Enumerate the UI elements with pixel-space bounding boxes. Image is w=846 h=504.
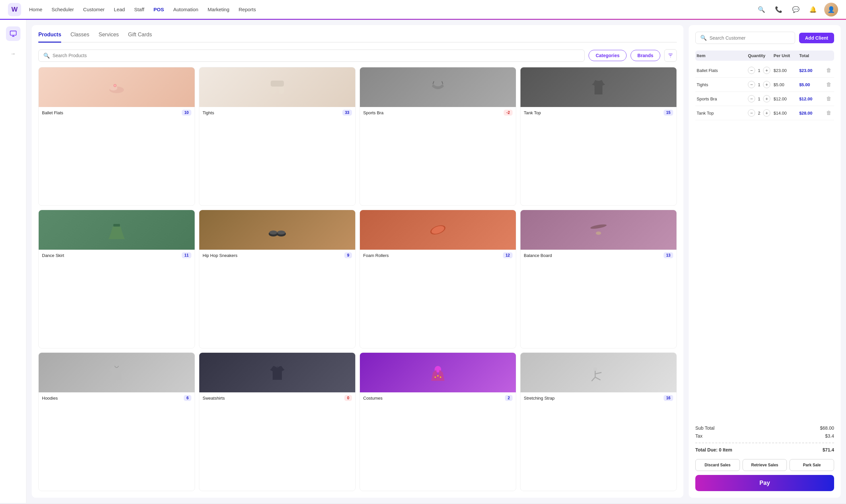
sidebar-collapse-arrow[interactable]: →	[11, 51, 16, 57]
customer-search-bar: 🔍	[695, 32, 795, 44]
qty-increase-button[interactable]: +	[763, 95, 770, 102]
product-card[interactable]: Hoodies 6	[38, 353, 195, 491]
nav-icons: 🔍 📞 💬 🔔 👤	[755, 3, 838, 17]
qty-increase-button[interactable]: +	[763, 81, 770, 88]
cart-delete-button[interactable]: 🗑	[825, 67, 833, 73]
sidebar-monitor-icon[interactable]	[6, 26, 20, 41]
tab-products[interactable]: Products	[38, 32, 61, 42]
product-card[interactable]: Sweatshirts 0	[199, 353, 356, 491]
cart-row: Tights − 1 + $5.00 $5.00 🗑	[695, 78, 834, 92]
nav-staff[interactable]: Staff	[134, 6, 144, 12]
tab-services[interactable]: Services	[99, 32, 119, 42]
cart-per-unit: $14.00	[774, 111, 799, 115]
cart-per-unit: $12.00	[774, 96, 799, 102]
product-footer: Balance Board 13	[521, 250, 676, 261]
product-image	[199, 210, 355, 250]
product-count-badge: 15	[664, 110, 673, 115]
product-grid: Ballet Flats 10 Tights 33 Sports Bra	[38, 67, 677, 491]
cart-item-name: Ballet Flats	[697, 68, 748, 73]
tax-row: Tax $3.4	[695, 432, 834, 440]
totals-section: Sub Total $68.00 Tax $3.4 Total Due: 0 I…	[695, 424, 834, 454]
svg-point-18	[277, 231, 285, 234]
qty-number: 1	[756, 82, 762, 87]
pay-button[interactable]: Pay	[695, 475, 834, 491]
search-nav-button[interactable]: 🔍	[755, 4, 768, 16]
product-footer: Hip Hop Sneakers 9	[199, 250, 355, 261]
product-count-badge: 9	[345, 252, 352, 258]
nav-lead[interactable]: Lead	[114, 6, 125, 12]
product-name: Ballet Flats	[42, 110, 63, 115]
qty-decrease-button[interactable]: −	[748, 109, 755, 116]
nav-pos[interactable]: POS	[154, 6, 164, 12]
user-avatar[interactable]: 👤	[824, 3, 838, 17]
add-client-button[interactable]: Add Client	[799, 33, 834, 43]
nav-automation[interactable]: Automation	[173, 6, 198, 12]
header-item: Item	[697, 53, 748, 58]
product-search-input[interactable]	[53, 53, 580, 58]
pos-tabs: Products Classes Services Gift Cards	[38, 32, 677, 42]
qty-increase-button[interactable]: +	[763, 67, 770, 74]
product-image	[521, 210, 676, 250]
header-actions	[825, 53, 833, 58]
svg-point-27	[593, 367, 597, 371]
cart-delete-button[interactable]: 🗑	[825, 96, 833, 102]
cart-item-qty: − 1 +	[748, 67, 774, 74]
subtotal-row: Sub Total $68.00	[695, 424, 834, 432]
phone-button[interactable]: 📞	[773, 4, 785, 16]
qty-decrease-button[interactable]: −	[748, 95, 755, 102]
cart-panel: 🔍 Add Client Item Quantity Per Unit Tota…	[689, 25, 841, 498]
nav-scheduler[interactable]: Scheduler	[52, 6, 74, 12]
product-footer: Tank Top 15	[521, 107, 676, 118]
product-image	[521, 353, 676, 392]
sidebar: →	[0, 20, 27, 503]
tab-classes[interactable]: Classes	[70, 32, 89, 42]
cart-total: $5.00	[799, 82, 825, 87]
nav-customer[interactable]: Customer	[83, 6, 105, 12]
discard-sales-button[interactable]: Discard Sales	[695, 459, 740, 471]
products-panel: Products Classes Services Gift Cards 🔍 C…	[32, 25, 683, 498]
product-card[interactable]: Costumes 2	[359, 353, 516, 491]
categories-button[interactable]: Categories	[588, 50, 626, 61]
product-image	[39, 353, 195, 392]
subtotal-label: Sub Total	[695, 426, 715, 431]
product-image	[39, 67, 195, 107]
product-card[interactable]: Tights 33	[199, 67, 356, 206]
nav-marketing[interactable]: Marketing	[208, 6, 229, 12]
qty-decrease-button[interactable]: −	[748, 81, 755, 88]
park-sale-button[interactable]: Park Sale	[790, 459, 834, 471]
customer-search-input[interactable]	[709, 35, 790, 41]
product-footer: Sweatshirts 0	[199, 392, 355, 403]
cart-delete-button[interactable]: 🗑	[825, 110, 833, 116]
whatsapp-button[interactable]: 💬	[790, 4, 802, 16]
product-card[interactable]: Dance Skirt 11	[38, 210, 195, 348]
product-image	[360, 210, 516, 250]
product-card[interactable]: Tank Top 15	[520, 67, 677, 206]
product-name: Costumes	[363, 396, 383, 401]
svg-rect-11	[271, 80, 284, 87]
nav-reports[interactable]: Reports	[239, 6, 256, 12]
product-name: Stretching Strap	[524, 396, 554, 401]
product-card[interactable]: Sports Bra -2	[359, 67, 516, 206]
product-card[interactable]: Ballet Flats 10	[38, 67, 195, 206]
product-name: Foam Rollers	[363, 253, 389, 258]
product-image	[199, 67, 355, 107]
product-card[interactable]: Hip Hop Sneakers 9	[199, 210, 356, 348]
product-name: Tights	[202, 110, 214, 115]
total-due-label: Total Due: 0 Item	[695, 447, 732, 452]
brands-button[interactable]: Brands	[631, 50, 660, 61]
cart-delete-button[interactable]: 🗑	[825, 82, 833, 88]
product-card[interactable]: Balance Board 13	[520, 210, 677, 348]
qty-increase-button[interactable]: +	[763, 109, 770, 116]
nav-home[interactable]: Home	[29, 6, 42, 12]
qty-decrease-button[interactable]: −	[748, 67, 755, 74]
product-card[interactable]: Stretching Strap 16	[520, 353, 677, 491]
svg-point-25	[435, 377, 436, 378]
notification-button[interactable]: 🔔	[807, 4, 819, 16]
tab-gift-cards[interactable]: Gift Cards	[128, 32, 152, 42]
filter-options-button[interactable]	[664, 49, 677, 62]
product-count-badge: 2	[505, 395, 513, 401]
retrieve-sales-button[interactable]: Retrieve Sales	[743, 459, 787, 471]
product-card[interactable]: Foam Rollers 12	[359, 210, 516, 348]
cart-row: Ballet Flats − 1 + $23.00 $23.00 🗑	[695, 64, 834, 78]
product-footer: Costumes 2	[360, 392, 516, 403]
